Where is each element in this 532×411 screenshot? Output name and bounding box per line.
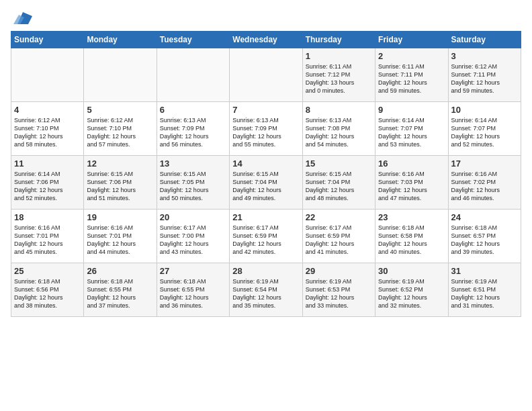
weekday-row: SundayMondayTuesdayWednesdayThursdayFrid…	[11, 32, 521, 48]
day-content: Sunrise: 6:18 AM Sunset: 6:56 PM Dayligh…	[14, 277, 81, 310]
day-number: 4	[14, 105, 81, 115]
day-content: Sunrise: 6:15 AM Sunset: 7:05 PM Dayligh…	[160, 170, 226, 203]
day-number: 9	[378, 105, 445, 115]
day-content: Sunrise: 6:12 AM Sunset: 7:10 PM Dayligh…	[87, 116, 153, 149]
day-content: Sunrise: 6:18 AM Sunset: 6:55 PM Dayligh…	[160, 277, 226, 310]
day-number: 3	[451, 51, 518, 61]
day-number: 11	[14, 158, 81, 169]
day-content: Sunrise: 6:18 AM Sunset: 6:57 PM Dayligh…	[451, 224, 518, 257]
day-content: Sunrise: 6:18 AM Sunset: 6:58 PM Dayligh…	[378, 224, 445, 257]
day-cell: 17Sunrise: 6:16 AM Sunset: 7:02 PM Dayli…	[448, 156, 521, 210]
day-cell	[11, 48, 84, 102]
weekday-header-thursday: Thursday	[302, 32, 375, 48]
day-content: Sunrise: 6:19 AM Sunset: 6:53 PM Dayligh…	[306, 277, 372, 310]
week-row-1: 1Sunrise: 6:11 AM Sunset: 7:12 PM Daylig…	[11, 48, 521, 102]
day-content: Sunrise: 6:16 AM Sunset: 7:01 PM Dayligh…	[87, 224, 153, 257]
weekday-header-tuesday: Tuesday	[157, 32, 229, 48]
day-cell: 21Sunrise: 6:17 AM Sunset: 6:59 PM Dayli…	[230, 210, 302, 263]
day-content: Sunrise: 6:16 AM Sunset: 7:03 PM Dayligh…	[378, 170, 445, 203]
day-number: 22	[306, 212, 372, 222]
day-content: Sunrise: 6:14 AM Sunset: 7:07 PM Dayligh…	[451, 116, 518, 149]
day-cell: 23Sunrise: 6:18 AM Sunset: 6:58 PM Dayli…	[375, 210, 448, 263]
calendar: SundayMondayTuesdayWednesdayThursdayFrid…	[11, 31, 521, 317]
day-content: Sunrise: 6:12 AM Sunset: 7:11 PM Dayligh…	[451, 62, 518, 95]
day-content: Sunrise: 6:14 AM Sunset: 7:07 PM Dayligh…	[378, 116, 445, 149]
day-number: 6	[160, 105, 226, 115]
day-number: 12	[87, 158, 153, 169]
day-cell	[157, 48, 229, 102]
day-content: Sunrise: 6:17 AM Sunset: 6:59 PM Dayligh…	[306, 224, 372, 257]
week-row-5: 25Sunrise: 6:18 AM Sunset: 6:56 PM Dayli…	[11, 263, 521, 317]
day-cell	[84, 48, 157, 102]
day-cell: 9Sunrise: 6:14 AM Sunset: 7:07 PM Daylig…	[375, 102, 448, 156]
day-cell: 6Sunrise: 6:13 AM Sunset: 7:09 PM Daylig…	[157, 102, 229, 156]
day-cell: 15Sunrise: 6:15 AM Sunset: 7:04 PM Dayli…	[302, 156, 375, 210]
page: SundayMondayTuesdayWednesdayThursdayFrid…	[0, 0, 532, 411]
day-number: 20	[160, 212, 226, 222]
day-number: 30	[378, 266, 445, 276]
day-content: Sunrise: 6:16 AM Sunset: 7:01 PM Dayligh…	[14, 224, 81, 257]
day-cell: 7Sunrise: 6:13 AM Sunset: 7:09 PM Daylig…	[230, 102, 302, 156]
day-content: Sunrise: 6:19 AM Sunset: 6:54 PM Dayligh…	[232, 277, 299, 310]
day-content: Sunrise: 6:13 AM Sunset: 7:09 PM Dayligh…	[160, 116, 226, 149]
day-cell: 3Sunrise: 6:12 AM Sunset: 7:11 PM Daylig…	[448, 48, 521, 102]
day-number: 10	[451, 105, 518, 115]
day-content: Sunrise: 6:17 AM Sunset: 7:00 PM Dayligh…	[160, 224, 226, 257]
day-cell: 11Sunrise: 6:14 AM Sunset: 7:06 PM Dayli…	[11, 156, 84, 210]
day-cell: 26Sunrise: 6:18 AM Sunset: 6:55 PM Dayli…	[84, 263, 157, 317]
day-number: 8	[306, 105, 372, 115]
day-content: Sunrise: 6:15 AM Sunset: 7:06 PM Dayligh…	[87, 170, 153, 203]
day-number: 5	[87, 105, 153, 115]
logo	[11, 9, 32, 28]
day-content: Sunrise: 6:18 AM Sunset: 6:55 PM Dayligh…	[87, 277, 153, 310]
day-content: Sunrise: 6:12 AM Sunset: 7:10 PM Dayligh…	[14, 116, 81, 149]
day-content: Sunrise: 6:19 AM Sunset: 6:52 PM Dayligh…	[378, 277, 445, 310]
day-content: Sunrise: 6:19 AM Sunset: 6:51 PM Dayligh…	[451, 277, 518, 310]
day-number: 26	[87, 266, 153, 276]
day-content: Sunrise: 6:11 AM Sunset: 7:12 PM Dayligh…	[306, 62, 372, 95]
day-number: 31	[451, 266, 518, 276]
day-number: 24	[451, 212, 518, 222]
day-cell: 5Sunrise: 6:12 AM Sunset: 7:10 PM Daylig…	[84, 102, 157, 156]
day-number: 13	[160, 158, 226, 169]
day-cell: 10Sunrise: 6:14 AM Sunset: 7:07 PM Dayli…	[448, 102, 521, 156]
day-cell: 16Sunrise: 6:16 AM Sunset: 7:03 PM Dayli…	[375, 156, 448, 210]
day-number: 2	[378, 51, 445, 61]
day-cell: 27Sunrise: 6:18 AM Sunset: 6:55 PM Dayli…	[157, 263, 229, 317]
day-content: Sunrise: 6:13 AM Sunset: 7:08 PM Dayligh…	[306, 116, 372, 149]
day-cell: 20Sunrise: 6:17 AM Sunset: 7:00 PM Dayli…	[157, 210, 229, 263]
day-number: 7	[232, 105, 299, 115]
logo-icon	[13, 9, 32, 28]
day-cell: 24Sunrise: 6:18 AM Sunset: 6:57 PM Dayli…	[448, 210, 521, 263]
day-number: 28	[232, 266, 299, 276]
day-number: 25	[14, 266, 81, 276]
day-cell: 13Sunrise: 6:15 AM Sunset: 7:05 PM Dayli…	[157, 156, 229, 210]
day-content: Sunrise: 6:17 AM Sunset: 6:59 PM Dayligh…	[232, 224, 299, 257]
day-cell: 1Sunrise: 6:11 AM Sunset: 7:12 PM Daylig…	[302, 48, 375, 102]
week-row-4: 18Sunrise: 6:16 AM Sunset: 7:01 PM Dayli…	[11, 210, 521, 263]
day-cell: 14Sunrise: 6:15 AM Sunset: 7:04 PM Dayli…	[230, 156, 302, 210]
day-number: 18	[14, 212, 81, 222]
day-content: Sunrise: 6:13 AM Sunset: 7:09 PM Dayligh…	[232, 116, 299, 149]
week-row-2: 4Sunrise: 6:12 AM Sunset: 7:10 PM Daylig…	[11, 102, 521, 156]
day-content: Sunrise: 6:15 AM Sunset: 7:04 PM Dayligh…	[232, 170, 299, 203]
day-cell: 2Sunrise: 6:11 AM Sunset: 7:11 PM Daylig…	[375, 48, 448, 102]
day-number: 16	[378, 158, 445, 169]
day-content: Sunrise: 6:16 AM Sunset: 7:02 PM Dayligh…	[451, 170, 518, 203]
weekday-header-sunday: Sunday	[11, 32, 84, 48]
day-cell: 4Sunrise: 6:12 AM Sunset: 7:10 PM Daylig…	[11, 102, 84, 156]
day-cell: 18Sunrise: 6:16 AM Sunset: 7:01 PM Dayli…	[11, 210, 84, 263]
day-number: 1	[306, 51, 372, 61]
calendar-body: 1Sunrise: 6:11 AM Sunset: 7:12 PM Daylig…	[11, 48, 521, 317]
day-cell: 19Sunrise: 6:16 AM Sunset: 7:01 PM Dayli…	[84, 210, 157, 263]
day-number: 29	[306, 266, 372, 276]
weekday-header-monday: Monday	[84, 32, 157, 48]
day-number: 14	[232, 158, 299, 169]
header	[11, 7, 521, 28]
day-number: 21	[232, 212, 299, 222]
day-cell: 25Sunrise: 6:18 AM Sunset: 6:56 PM Dayli…	[11, 263, 84, 317]
day-content: Sunrise: 6:15 AM Sunset: 7:04 PM Dayligh…	[306, 170, 372, 203]
day-cell: 28Sunrise: 6:19 AM Sunset: 6:54 PM Dayli…	[230, 263, 302, 317]
day-cell: 30Sunrise: 6:19 AM Sunset: 6:52 PM Dayli…	[375, 263, 448, 317]
day-number: 23	[378, 212, 445, 222]
